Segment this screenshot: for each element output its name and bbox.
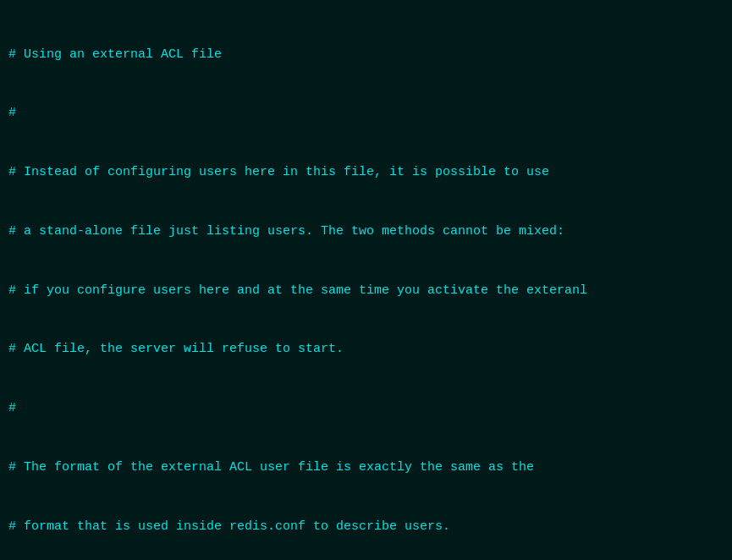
line-3: # Instead of configuring users here in t… [8,162,724,182]
line-8: # The format of the external ACL user fi… [8,458,724,477]
line-6: # ACL file, the server will refuse to st… [8,339,724,359]
line-4: # a stand-alone file just listing users.… [8,222,724,241]
terminal: # Using an external ACL file # # Instead… [0,0,732,560]
line-5: # if you configure users here and at the… [8,281,724,300]
line-7: # [8,398,724,418]
line-9: # format that is used inside redis.conf … [8,517,724,536]
line-2: # [8,103,724,123]
line-1: # Using an external ACL file [8,45,724,64]
